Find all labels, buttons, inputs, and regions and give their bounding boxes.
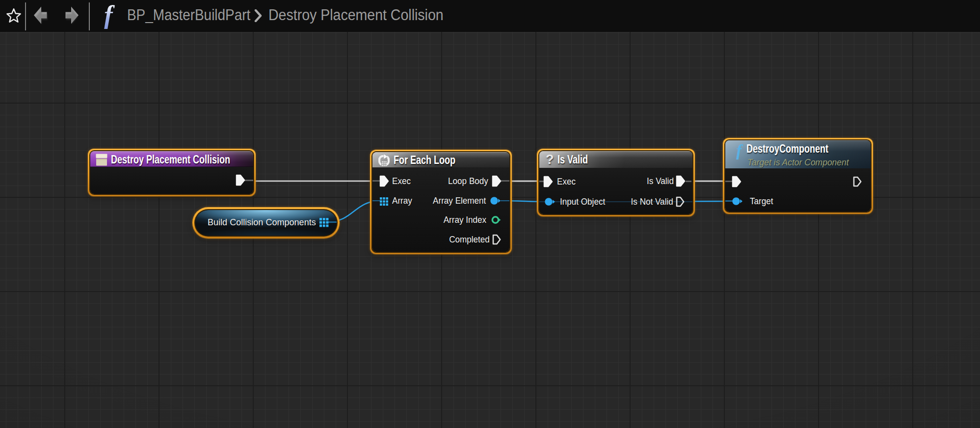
svg-text:f: f xyxy=(736,142,743,160)
svg-text:f: f xyxy=(104,2,115,29)
